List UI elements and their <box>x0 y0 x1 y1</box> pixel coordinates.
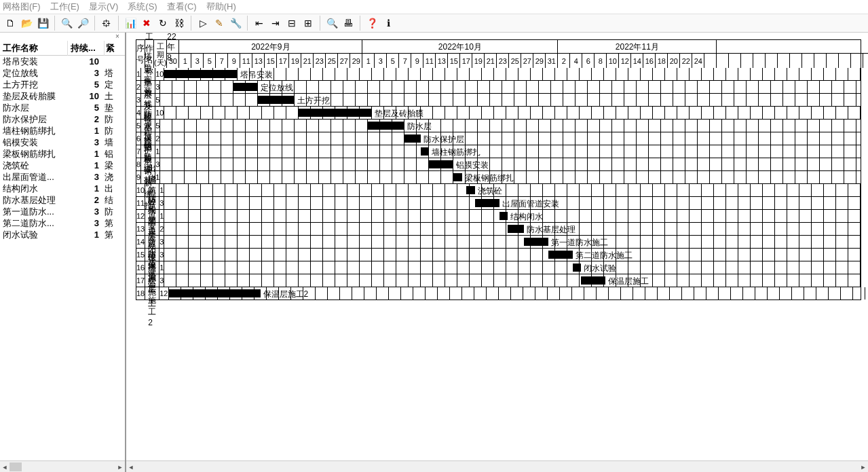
menu-item[interactable]: 显示(V) <box>89 1 118 13</box>
gantt-bar[interactable] <box>499 212 508 220</box>
gantt-row[interactable]: 18保温层施工212保温层施工2 <box>136 287 861 300</box>
gantt-cut-icon[interactable]: ⊟ <box>286 17 298 29</box>
gantt-bar[interactable] <box>368 122 404 130</box>
gantt-seq: 18 <box>136 287 145 299</box>
play-icon[interactable]: ▷ <box>197 17 209 29</box>
task-duration: 5 <box>68 79 102 90</box>
close-icon[interactable]: × <box>115 33 124 41</box>
task-row[interactable]: 防水基层处理2结 <box>0 194 125 206</box>
gantt-bar[interactable] <box>453 173 462 181</box>
delete-icon[interactable]: ✖ <box>140 17 153 29</box>
task-successor: 土 <box>102 90 125 103</box>
gantt-row[interactable]: 10浇筑砼1浇筑砼 <box>136 184 861 197</box>
gantt-bar[interactable] <box>169 289 261 297</box>
menu-item[interactable]: 查看(C) <box>167 1 197 13</box>
tool-icon[interactable]: ✎ <box>213 17 225 29</box>
gantt-row[interactable]: 16闭水试验1闭水试验 <box>136 261 861 274</box>
menu-item[interactable]: 工作(E) <box>50 1 79 13</box>
gantt-day: 3 <box>191 54 204 68</box>
scroll-right-icon[interactable]: ► <box>858 461 868 472</box>
task-row[interactable]: 第一道防水...3防 <box>0 206 125 217</box>
task-row[interactable]: 墙柱钢筋绑扎1防 <box>0 125 125 137</box>
gantt-row[interactable]: 9梁板钢筋绑扎1梁板钢筋绑扎 <box>136 171 861 184</box>
task-row[interactable]: 梁板钢筋绑扎1铝 <box>0 148 125 160</box>
gantt-row[interactable]: 11出屋面管道安装3出屋面管道安装 <box>136 197 861 210</box>
col-successor[interactable]: 紧 <box>105 41 125 56</box>
gantt-timeline: 土方开挖 <box>160 94 868 106</box>
gantt-bar[interactable] <box>508 225 523 233</box>
save-icon[interactable]: 💾 <box>37 17 49 29</box>
gantt-bar[interactable] <box>524 238 548 246</box>
task-row[interactable]: 结构闭水1出 <box>0 183 125 194</box>
task-row[interactable]: 塔吊安装10 <box>0 56 125 67</box>
preview-icon[interactable]: 🔍 <box>326 17 338 29</box>
gantt-seq: 7 <box>136 145 141 158</box>
task-row[interactable]: 定位放线3塔 <box>0 67 125 79</box>
about-icon[interactable]: ℹ <box>382 17 394 29</box>
gantt-bar[interactable] <box>573 264 582 272</box>
gantt-bar[interactable] <box>548 251 573 259</box>
scroll-thumb[interactable] <box>10 462 22 471</box>
gantt-day: 12 <box>619 54 631 68</box>
gantt-gap-icon[interactable]: ⊞ <box>302 17 314 29</box>
gantt-row[interactable]: 6防水保护层2防水保护层 <box>136 132 861 145</box>
task-row[interactable]: 土方开挖5定 <box>0 79 125 90</box>
open-icon[interactable]: 📂 <box>20 17 33 29</box>
tree-icon[interactable]: ⯐ <box>100 17 113 29</box>
gantt-timeline: 垫层及砖胎膜 <box>164 107 868 119</box>
menu-item[interactable]: 系统(S) <box>128 1 157 13</box>
gantt-bar[interactable] <box>466 186 475 194</box>
gantt-row[interactable]: 7墙柱钢筋绑扎1墙柱钢筋绑扎 <box>136 145 861 158</box>
task-row[interactable]: 出屋面管道...3浇 <box>0 171 125 183</box>
gantt-bar[interactable] <box>421 147 430 156</box>
gantt-bar[interactable] <box>581 276 605 285</box>
new-icon[interactable]: 🗋 <box>4 17 16 29</box>
help-icon[interactable]: ❓ <box>366 17 378 29</box>
gantt-day: 3 <box>375 54 387 68</box>
gantt-row[interactable]: 1塔吊安装10塔吊安装 <box>136 68 861 81</box>
task-row[interactable]: 浇筑砼1梁 <box>0 160 125 171</box>
gantt-row[interactable]: 15第二道防水施工3第二道防水施工 <box>136 249 861 261</box>
gantt-bar[interactable] <box>233 83 258 91</box>
gantt-bar[interactable] <box>429 160 453 168</box>
scroll-left-icon[interactable]: ◄ <box>126 461 136 472</box>
gantt-bar[interactable] <box>164 70 238 78</box>
right-scrollbar[interactable]: ◄ ► <box>126 460 868 472</box>
col-duration[interactable]: 持续... <box>68 41 105 56</box>
gantt-row[interactable]: 14第一道防水施工3第一道防水施工 <box>136 236 861 249</box>
refresh-icon[interactable]: ↻ <box>157 17 169 29</box>
task-row[interactable]: 垫层及砖胎膜10土 <box>0 90 125 102</box>
gantt-row[interactable]: 4垫层及砖胎膜10垫层及砖胎膜 <box>136 107 861 120</box>
gantt-row[interactable]: 5防水层5防水层 <box>136 120 861 132</box>
menu-item[interactable]: 帮助(H) <box>206 1 236 13</box>
task-row[interactable]: 第二道防水...3第 <box>0 217 125 229</box>
gantt-bar[interactable] <box>475 199 499 207</box>
gantt-row[interactable]: 3土方开挖5土方开挖 <box>136 94 861 107</box>
gantt-bar[interactable] <box>258 96 295 104</box>
gantt-row[interactable]: 2定位放线3定位放线 <box>136 81 861 94</box>
wrench-icon[interactable]: 🔧 <box>229 17 242 29</box>
gantt-row[interactable]: 12结构闭水1结构闭水 <box>136 210 861 223</box>
scroll-right-icon[interactable]: ► <box>115 461 125 472</box>
task-duration: 1 <box>68 230 102 240</box>
zoom-in-icon[interactable]: 🔍 <box>60 17 73 29</box>
gantt-left-icon[interactable]: ⇤ <box>253 17 265 29</box>
left-scrollbar[interactable]: ◄ ► <box>0 460 125 472</box>
zoom-out-icon[interactable]: 🔎 <box>77 17 89 29</box>
col-task-name[interactable]: 工作名称 <box>0 41 68 56</box>
print-icon[interactable]: 🖶 <box>342 17 354 29</box>
link-icon[interactable]: ⛓ <box>173 17 185 29</box>
gantt-bar[interactable] <box>404 134 420 143</box>
task-row[interactable]: 铝模安装3墙 <box>0 137 125 148</box>
task-row[interactable]: 防水层5垫 <box>0 102 125 113</box>
chart-icon[interactable]: 📊 <box>124 17 136 29</box>
task-row[interactable]: 闭水试验1第 <box>0 229 125 240</box>
scroll-left-icon[interactable]: ◄ <box>0 461 10 472</box>
menu-item[interactable]: 网格图(F) <box>3 1 41 13</box>
gantt-row[interactable]: 17保温层施工3保温层施工 <box>136 274 861 287</box>
gantt-bar[interactable] <box>299 109 372 117</box>
gantt-row[interactable]: 13防水基层处理2防水基层处理 <box>136 223 861 236</box>
task-row[interactable]: 防水保护层2防 <box>0 113 125 125</box>
gantt-right-icon[interactable]: ⇥ <box>269 17 282 29</box>
gantt-row[interactable]: 8铝膜安装3铝膜安装 <box>136 158 861 171</box>
